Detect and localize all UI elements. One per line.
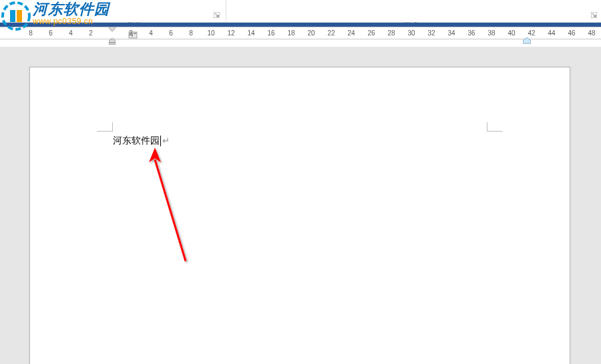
ruler-tick: 24 [347, 29, 355, 37]
ruler-tick: 44 [548, 29, 555, 37]
ruler-tick: 36 [467, 29, 475, 37]
ruler-tick: 30 [407, 29, 415, 37]
ribbon-group-divider [226, 0, 226, 22]
document-page[interactable]: 河东软件园↵ [29, 67, 570, 364]
svg-marker-9 [523, 37, 531, 43]
svg-rect-2 [17, 10, 22, 22]
ruler-tick: 34 [447, 29, 455, 37]
margin-corner-top-right [487, 122, 503, 132]
ruler-tick: 18 [287, 29, 294, 37]
ruler-tick: 20 [307, 29, 315, 37]
svg-marker-6 [109, 38, 116, 43]
ruler-tick: 32 [427, 29, 435, 37]
ruler-tick: 12 [227, 29, 234, 37]
ruler-tick: 2 [129, 29, 133, 37]
ruler-tick: 14 [247, 29, 254, 37]
svg-point-0 [3, 3, 29, 29]
watermark-url: www.pc0359.cn [33, 17, 110, 26]
ruler-tick: 38 [487, 29, 495, 37]
svg-line-10 [155, 160, 186, 261]
svg-rect-1 [10, 10, 15, 22]
ruler-tick: 10 [207, 29, 214, 37]
watermark-logo-icon [1, 1, 31, 31]
svg-marker-11 [149, 148, 161, 162]
ruler-tick: 22 [327, 29, 335, 37]
ruler-tick: 26 [367, 29, 375, 37]
margin-corner-top-left [97, 122, 113, 132]
watermark-title: 河东软件园 [33, 1, 110, 18]
typed-text: 河东软件园 [113, 135, 160, 146]
paragraph-mark-icon: ↵ [162, 136, 170, 146]
ruler-tick: 6 [169, 29, 173, 37]
svg-marker-5 [109, 27, 116, 31]
ruler-tick: 48 [588, 29, 595, 37]
left-indent-marker-icon[interactable] [109, 35, 116, 42]
ruler-tick: 40 [508, 29, 515, 37]
ruler-tick: 46 [568, 29, 575, 37]
annotation-arrow-icon [147, 148, 200, 268]
styles-dialog-launcher-icon[interactable] [591, 12, 597, 18]
ruler-tick: 28 [387, 29, 395, 37]
ruler-tick: 8 [189, 29, 193, 37]
text-cursor-icon [160, 136, 161, 146]
first-line-indent-marker-icon[interactable] [109, 27, 116, 31]
ruler-tick: 4 [149, 29, 153, 37]
site-watermark: 河东软件园 www.pc0359.cn [1, 1, 110, 31]
document-body-text[interactable]: 河东软件园↵ [113, 135, 170, 147]
ruler-tick: 42 [528, 29, 535, 37]
svg-rect-7 [109, 43, 116, 45]
ruler-tick: 16 [267, 29, 274, 37]
paragraph-dialog-launcher-icon[interactable] [214, 12, 220, 18]
document-canvas[interactable]: 河东软件园↵ [0, 47, 601, 364]
